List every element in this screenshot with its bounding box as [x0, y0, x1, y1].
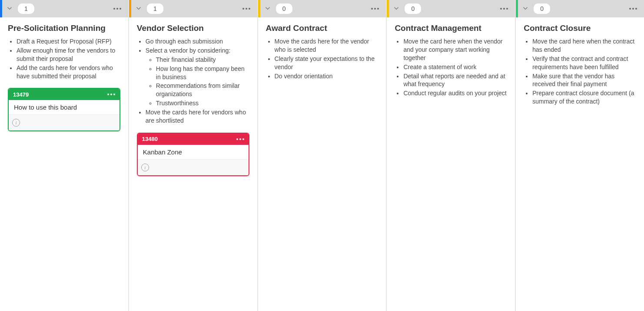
card-footer: i [138, 160, 249, 175]
info-icon[interactable]: i [12, 119, 20, 127]
more-horizontal-icon [371, 8, 379, 10]
collapse-button[interactable] [131, 0, 146, 17]
info-icon[interactable]: i [141, 164, 149, 171]
chevron-down-icon [392, 4, 400, 13]
column-title: Contract Closure [524, 23, 636, 33]
column-more-button[interactable] [498, 0, 511, 17]
column-header: 1 [129, 0, 257, 17]
column-description: Move the card here when the vendor and y… [395, 37, 507, 97]
column-body[interactable]: Pre-Solicitation PlanningDraft a Request… [0, 17, 128, 311]
collapse-button[interactable] [518, 0, 533, 17]
column-description: Draft a Request for Proposal (RFP)Allow … [8, 37, 120, 80]
column-header: 1 [0, 0, 128, 17]
column-more-button[interactable] [627, 0, 640, 17]
collapse-button[interactable] [260, 0, 275, 17]
card-id: 13479 [13, 91, 29, 98]
chevron-down-icon [264, 4, 272, 13]
column-description: Go through each submissionSelect a vendo… [137, 37, 249, 125]
column-header: 0 [258, 0, 386, 17]
column-title: Pre-Solicitation Planning [8, 23, 120, 33]
kanban-card[interactable]: 13479How to use this boardi [8, 88, 120, 131]
card-id: 13480 [142, 136, 158, 142]
chevron-down-icon [521, 4, 529, 13]
more-horizontal-icon[interactable] [236, 138, 244, 140]
more-horizontal-icon [113, 8, 121, 10]
column-title: Contract Management [395, 23, 507, 33]
column: 0Contract ManagementMove the card here w… [387, 0, 515, 311]
card-count-badge: 0 [405, 3, 421, 14]
card-count-badge: 0 [276, 3, 292, 14]
kanban-card[interactable]: 13480Kanban Zonei [137, 133, 249, 176]
card-footer: i [9, 115, 120, 130]
more-horizontal-icon [500, 8, 508, 10]
column-more-button[interactable] [240, 0, 253, 17]
chevron-down-icon [6, 4, 13, 13]
column-body[interactable]: Contract ClosureMove the card here when … [516, 17, 644, 311]
more-horizontal-icon [629, 8, 637, 10]
column-description: Move the cards here for the vendor who i… [266, 37, 378, 80]
card-count-badge: 0 [534, 3, 550, 14]
column: 1Vendor SelectionGo through each submiss… [129, 0, 257, 311]
card-header: 13479 [9, 89, 120, 100]
chevron-down-icon [135, 4, 143, 13]
column-header: 0 [516, 0, 644, 17]
column-body[interactable]: Vendor SelectionGo through each submissi… [129, 17, 257, 311]
more-horizontal-icon[interactable] [107, 94, 115, 95]
column-description: Move the card here when the contract has… [524, 37, 636, 106]
more-horizontal-icon [242, 8, 250, 10]
column-title: Award Contract [266, 23, 378, 33]
column-more-button[interactable] [368, 0, 382, 17]
collapse-button[interactable] [389, 0, 404, 17]
column-title: Vendor Selection [137, 23, 249, 33]
column-header: 0 [387, 0, 515, 17]
card-count-badge: 1 [18, 3, 34, 14]
card-title: Kanban Zone [138, 145, 249, 160]
column-more-button[interactable] [111, 0, 124, 17]
collapse-button[interactable] [2, 0, 17, 17]
card-count-badge: 1 [147, 3, 163, 14]
column-body[interactable]: Contract ManagementMove the card here wh… [387, 17, 515, 311]
card-title: How to use this board [9, 100, 120, 115]
column: 0Award ContractMove the cards here for t… [258, 0, 386, 311]
column: 1Pre-Solicitation PlanningDraft a Reques… [0, 0, 128, 311]
card-header: 13480 [138, 134, 249, 145]
column: 0Contract ClosureMove the card here when… [516, 0, 644, 311]
kanban-board: 1Pre-Solicitation PlanningDraft a Reques… [0, 0, 644, 311]
column-body[interactable]: Award ContractMove the cards here for th… [258, 17, 386, 311]
